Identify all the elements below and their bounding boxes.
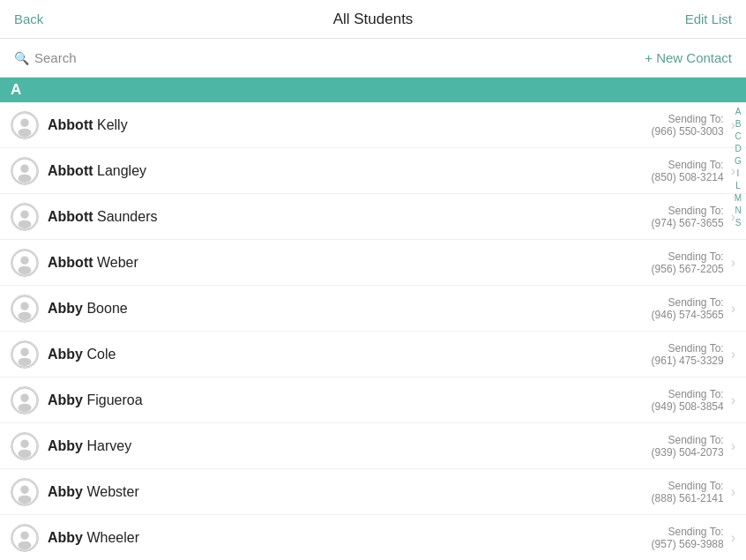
sending-phone: (966) 550-3003 xyxy=(652,125,724,138)
contact-name: Abbott Langley xyxy=(48,163,146,179)
search-left: 🔍 Search xyxy=(14,50,77,65)
sending-info: Sending To: (850) 508-3214 xyxy=(652,159,724,183)
alpha-index-item-a[interactable]: A xyxy=(735,106,742,117)
sending-phone: (949) 508-3854 xyxy=(652,400,724,413)
contact-right: Sending To: (966) 550-3003 › xyxy=(652,113,735,138)
sending-phone: (946) 574-3565 xyxy=(652,309,724,321)
sending-phone: (961) 475-3329 xyxy=(652,355,724,367)
avatar xyxy=(11,111,39,139)
contact-name: Abby Cole xyxy=(48,347,116,362)
sending-info: Sending To: (888) 561-2141 xyxy=(652,480,724,504)
contact-row[interactable]: Abbott Weber Sending To: (956) 567-2205 … xyxy=(0,240,746,286)
svg-point-17 xyxy=(19,357,32,365)
svg-point-25 xyxy=(20,485,28,493)
back-button[interactable]: Back xyxy=(14,11,43,26)
contact-right: Sending To: (949) 508-3854 › xyxy=(652,388,735,413)
sending-phone: (957) 569-3988 xyxy=(652,538,724,550)
svg-point-2 xyxy=(19,128,32,136)
contact-name: Abby Webster xyxy=(48,484,139,500)
contact-left: Abby Webster xyxy=(11,478,139,506)
avatar xyxy=(11,157,39,185)
svg-point-11 xyxy=(19,265,32,273)
svg-point-8 xyxy=(19,220,32,228)
contact-row[interactable]: Abby Webster Sending To: (888) 561-2141 … xyxy=(0,469,746,515)
alpha-index-item-b[interactable]: B xyxy=(735,118,742,130)
svg-point-10 xyxy=(20,256,28,264)
sending-label: Sending To: xyxy=(652,159,724,171)
sending-info: Sending To: (956) 567-2205 xyxy=(652,250,724,275)
contact-left: Abbott Weber xyxy=(11,249,138,277)
alpha-index-item-s[interactable]: S xyxy=(735,217,742,228)
sending-label: Sending To: xyxy=(652,205,724,217)
contact-row[interactable]: Abbott Saunders Sending To: (974) 567-36… xyxy=(0,194,746,240)
sending-info: Sending To: (946) 574-3565 xyxy=(652,296,724,321)
svg-point-22 xyxy=(20,439,28,447)
contact-left: Abbott Kelly xyxy=(11,111,128,139)
chevron-right-icon: › xyxy=(731,438,735,454)
contact-list: ABCDGILMNS Abbott Kelly Sending To: xyxy=(0,102,746,560)
svg-point-26 xyxy=(19,495,32,503)
contact-name: Abbott Saunders xyxy=(48,209,157,225)
sending-label: Sending To: xyxy=(652,296,724,309)
contact-right: Sending To: (946) 574-3565 › xyxy=(652,296,735,321)
sending-label: Sending To: xyxy=(652,434,724,446)
sending-label: Sending To: xyxy=(652,526,724,538)
contact-row[interactable]: Abby Wheeler Sending To: (957) 569-3988 … xyxy=(0,515,746,560)
svg-point-19 xyxy=(20,393,28,401)
contact-right: Sending To: (957) 569-3988 › xyxy=(652,526,735,550)
sending-info: Sending To: (949) 508-3854 xyxy=(652,388,724,413)
chevron-right-icon: › xyxy=(731,255,735,271)
svg-point-28 xyxy=(20,531,28,539)
contact-row[interactable]: Abby Cole Sending To: (961) 475-3329 › xyxy=(0,332,746,377)
alpha-index-item-i[interactable]: I xyxy=(737,168,740,179)
contact-row[interactable]: Abby Boone Sending To: (946) 574-3565 › xyxy=(0,286,746,332)
sending-phone: (974) 567-3655 xyxy=(652,217,724,229)
chevron-right-icon: › xyxy=(731,484,735,500)
contact-row[interactable]: Abby Harvey Sending To: (939) 504-2073 › xyxy=(0,423,746,469)
sending-info: Sending To: (939) 504-2073 xyxy=(652,434,724,459)
alpha-index-item-d[interactable]: D xyxy=(735,143,741,154)
search-label: Search xyxy=(34,50,77,65)
sending-info: Sending To: (957) 569-3988 xyxy=(652,526,724,550)
new-contact-button[interactable]: + New Contact xyxy=(645,50,732,65)
svg-point-23 xyxy=(19,449,32,457)
sending-phone: (956) 567-2205 xyxy=(652,263,724,275)
contact-right: Sending To: (956) 567-2205 › xyxy=(652,250,735,275)
contact-name: Abbott Kelly xyxy=(48,117,128,133)
contact-right: Sending To: (888) 561-2141 › xyxy=(652,480,735,504)
alpha-index-item-c[interactable]: C xyxy=(735,131,741,142)
contact-row[interactable]: Abbott Kelly Sending To: (966) 550-3003 … xyxy=(0,102,746,148)
contact-left: Abby Wheeler xyxy=(11,524,139,552)
alpha-index-item-m[interactable]: M xyxy=(735,192,742,204)
avatar xyxy=(11,432,39,460)
edit-list-button[interactable]: Edit List xyxy=(685,11,732,26)
sending-phone: (939) 504-2073 xyxy=(652,446,724,459)
alpha-index-item-g[interactable]: G xyxy=(735,155,742,167)
contact-right: Sending To: (939) 504-2073 › xyxy=(652,434,735,459)
alphabet-index[interactable]: ABCDGILMNS xyxy=(730,102,746,232)
avatar xyxy=(11,478,39,506)
chevron-right-icon: › xyxy=(731,301,735,317)
svg-point-14 xyxy=(19,311,32,319)
chevron-right-icon: › xyxy=(731,530,735,546)
contact-right: Sending To: (974) 567-3655 › xyxy=(652,205,735,229)
svg-point-7 xyxy=(20,210,28,218)
contact-left: Abbott Saunders xyxy=(11,203,157,231)
contact-row[interactable]: Abby Figueroa Sending To: (949) 508-3854… xyxy=(0,377,746,423)
sending-phone: (888) 561-2141 xyxy=(652,492,724,504)
alpha-index-item-n[interactable]: N xyxy=(735,205,741,216)
svg-point-13 xyxy=(20,302,28,310)
avatar xyxy=(11,386,39,414)
page-title: All Students xyxy=(333,11,414,28)
contact-row[interactable]: Abbott Langley Sending To: (850) 508-321… xyxy=(0,148,746,194)
svg-point-16 xyxy=(20,347,28,355)
svg-point-29 xyxy=(19,541,32,549)
sending-info: Sending To: (961) 475-3329 xyxy=(652,342,724,367)
alpha-index-item-l[interactable]: L xyxy=(735,180,741,191)
contact-name: Abby Figueroa xyxy=(48,392,143,408)
contact-left: Abbott Langley xyxy=(11,157,146,185)
sending-label: Sending To: xyxy=(652,480,724,492)
sending-label: Sending To: xyxy=(652,388,724,400)
chevron-right-icon: › xyxy=(731,347,735,362)
avatar xyxy=(11,295,39,323)
